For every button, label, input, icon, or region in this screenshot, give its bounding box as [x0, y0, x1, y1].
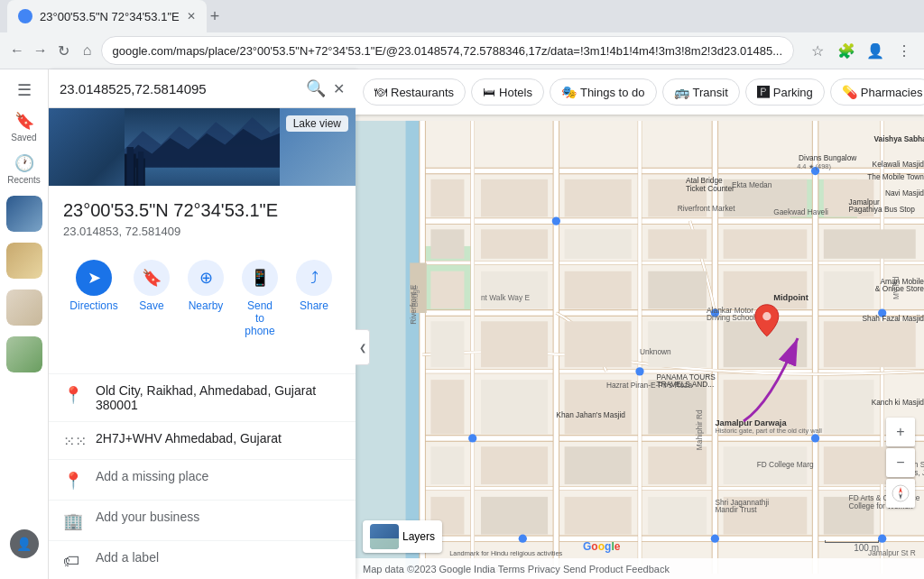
search-bar: 🔍 ✕: [49, 69, 356, 108]
nav-bar: ← → ↻ ⌂ google.com/maps/place/23°00'53.5…: [0, 32, 924, 69]
nearby-button[interactable]: ⊕ Nearby: [179, 253, 233, 345]
close-icon[interactable]: ✕: [333, 80, 345, 97]
svg-point-93: [468, 434, 476, 442]
new-tab-button[interactable]: +: [210, 7, 220, 26]
address-text: Old City, Raikhad, Ahmedabad, Gujarat 38…: [96, 383, 341, 412]
svg-point-94: [711, 535, 719, 543]
directions-button[interactable]: ➤ Directions: [63, 253, 125, 345]
transit-icon: 🚌: [674, 85, 689, 99]
share-button[interactable]: ⤴ Share: [287, 253, 341, 345]
svg-rect-64: [648, 321, 707, 367]
svg-rect-7: [138, 152, 143, 186]
add-business-text: Add your business: [96, 510, 199, 524]
nearby-icon: ⊕: [188, 260, 224, 296]
restaurants-icon: 🍽: [374, 85, 387, 99]
svg-point-137: [762, 312, 771, 320]
sidebar-item-ahmedabad[interactable]: [6, 243, 42, 279]
google-logo: Google: [583, 540, 620, 553]
svg-rect-63: [565, 321, 632, 367]
svg-text:Pagathiya Bus Stop: Pagathiya Bus Stop: [849, 205, 916, 214]
map-attribution: Map data ©2023 Google India Terms Privac…: [363, 564, 670, 574]
things-to-do-filter[interactable]: 🎭 Things to do: [550, 78, 657, 106]
tab-close-button[interactable]: ✕: [187, 10, 196, 23]
send-label: Send to phone: [244, 299, 276, 337]
parking-filter[interactable]: 🅿 Parking: [745, 78, 825, 106]
sidebar-item-menu[interactable]: ☰: [5, 77, 44, 104]
transit-filter[interactable]: 🚌 Transit: [662, 78, 740, 106]
sidebar-item-location1[interactable]: [6, 196, 42, 232]
sidebar-item-saved[interactable]: 🔖 Saved: [5, 107, 44, 146]
address-bar[interactable]: google.com/maps/place/23°00'53.5"N+72°34…: [101, 36, 795, 65]
add-missing-text: Add a missing place: [96, 469, 208, 483]
directions-icon: ➤: [76, 260, 112, 296]
sidebar-item-tajmahal[interactable]: [6, 290, 42, 326]
map-svg: .road-main { stroke: #fff; stroke-width:…: [356, 115, 924, 579]
restaurants-label: Restaurants: [391, 86, 454, 99]
send-to-phone-button[interactable]: 📱 Send to phone: [233, 253, 287, 345]
svg-rect-74: [481, 446, 548, 484]
menu-icon: ☰: [17, 80, 32, 100]
add-label-row[interactable]: 🏷 Add a label: [49, 540, 356, 579]
pharmacies-filter[interactable]: 💊 Pharmacies: [830, 78, 924, 106]
home-button[interactable]: ⌂: [78, 38, 97, 63]
sidebar-item-recents[interactable]: 🕐 Recents: [5, 150, 44, 188]
svg-rect-68: [481, 380, 548, 434]
svg-text:Ekta Medan: Ekta Medan: [732, 180, 772, 189]
left-panel: 🔍 ✕: [49, 69, 356, 579]
hotels-label: Hotels: [499, 86, 532, 99]
svg-text:Kanch ki Masjid: Kanch ki Masjid: [872, 398, 924, 407]
search-icon[interactable]: 🔍: [306, 78, 326, 98]
tab-title: 23°00'53.5"N 72°34'53.1"E: [40, 10, 180, 23]
svg-rect-81: [565, 497, 632, 535]
svg-rect-51: [565, 229, 632, 258]
svg-point-95: [519, 535, 527, 543]
back-button[interactable]: ←: [7, 38, 27, 63]
sidebar-item-kolhapur[interactable]: [6, 336, 42, 372]
collapse-panel-button[interactable]: ❮: [356, 329, 370, 365]
forward-button[interactable]: →: [31, 38, 51, 63]
save-label: Save: [139, 299, 163, 312]
bookmark-button[interactable]: ☆: [805, 38, 830, 63]
share-icon: ⤴: [296, 260, 332, 296]
hotels-icon: 🛏: [483, 85, 495, 99]
svg-text:Khan Jahan's Masjid: Khan Jahan's Masjid: [556, 410, 625, 419]
compass-button[interactable]: [886, 479, 915, 508]
profile-button[interactable]: 👤: [863, 38, 888, 63]
add-missing-row[interactable]: 📍 Add a missing place: [49, 459, 356, 500]
add-missing-icon: 📍: [63, 471, 81, 491]
pharmacies-icon: 💊: [842, 85, 857, 99]
active-tab[interactable]: 23°00'53.5"N 72°34'53.1"E ✕: [7, 0, 207, 32]
svg-rect-82: [648, 497, 707, 535]
svg-text:Unknown: Unknown: [640, 347, 671, 356]
svg-rect-62: [481, 321, 548, 367]
address-row[interactable]: 📍 Old City, Raikhad, Ahmedabad, Gujarat …: [49, 373, 356, 421]
add-business-row[interactable]: 🏢 Add your business: [49, 500, 356, 540]
pharmacies-label: Pharmacies: [861, 86, 923, 99]
hotels-filter[interactable]: 🛏 Hotels: [471, 78, 544, 106]
extensions-button[interactable]: 🧩: [834, 38, 859, 63]
user-avatar[interactable]: 👤: [10, 529, 39, 558]
svg-rect-3: [125, 168, 280, 186]
map-content[interactable]: .road-main { stroke: #fff; stroke-width:…: [356, 115, 924, 579]
save-button[interactable]: 🔖 Save: [125, 253, 179, 345]
svg-text:FD College Marg: FD College Marg: [757, 460, 814, 469]
svg-rect-54: [824, 229, 916, 258]
refresh-button[interactable]: ↻: [54, 38, 74, 63]
svg-text:Landmark for Hindu religious a: Landmark for Hindu religious activities: [449, 549, 562, 557]
svg-rect-57: [565, 271, 632, 309]
bookmark-icon: 🔖: [14, 111, 34, 131]
svg-text:The Mobile Town: The Mobile Town: [867, 172, 924, 181]
search-input[interactable]: [60, 81, 299, 96]
map-area[interactable]: 🍽 Restaurants 🛏 Hotels 🎭 Things to do 🚌 …: [356, 69, 924, 579]
map-top-bar: 🍽 Restaurants 🛏 Hotels 🎭 Things to do 🚌 …: [356, 69, 924, 115]
restaurants-filter[interactable]: 🍽 Restaurants: [363, 78, 466, 106]
menu-button[interactable]: ⋮: [892, 38, 917, 63]
svg-rect-55: [430, 271, 464, 309]
location-info: 23°00'53.5"N 72°34'53.1"E 23.014853, 72.…: [49, 186, 356, 373]
zoom-in-button[interactable]: +: [886, 418, 915, 446]
plus-code-row[interactable]: ⁙⁙ 2H7J+WHV Ahmedabad, Gujarat: [49, 421, 356, 459]
zoom-out-button[interactable]: −: [886, 448, 915, 477]
layers-button[interactable]: Layers: [363, 520, 442, 553]
svg-text:Navi Masjid: Navi Masjid: [885, 188, 924, 198]
recents-icon: 🕐: [14, 153, 34, 173]
